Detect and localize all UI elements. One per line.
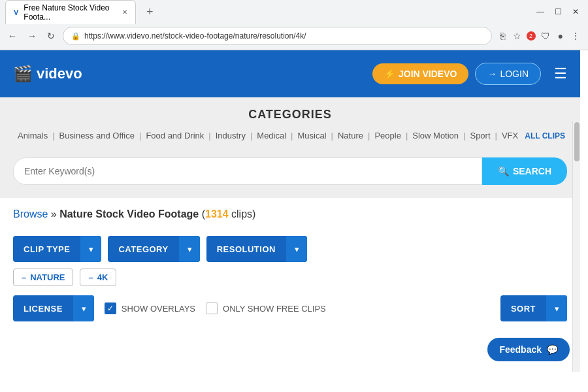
free-clips-checkbox[interactable] <box>206 302 218 314</box>
scrollbar-thumb[interactable] <box>574 122 580 161</box>
all-clips-link[interactable]: ALL CLIPS <box>525 131 565 140</box>
categories-list: Animals | Business and Office | Food and… <box>13 129 567 142</box>
separator: | <box>463 131 465 140</box>
separator: | <box>52 131 54 140</box>
4k-tag[interactable]: – 4K <box>80 269 116 286</box>
browser-tab[interactable]: V Free Nature Stock Video Foota... ✕ <box>5 0 136 24</box>
category-food[interactable]: Food and Drink <box>143 129 206 142</box>
extension-badge[interactable]: 2 <box>527 31 536 41</box>
category-industry[interactable]: Industry <box>213 129 248 142</box>
address-bar[interactable]: 🔒 https://www.videvo.net/stock-video-foo… <box>63 27 492 45</box>
license-arrow: ▾ <box>73 295 94 321</box>
category-sport[interactable]: Sport <box>467 129 493 142</box>
hamburger-icon[interactable]: ☰ <box>554 65 567 82</box>
show-overlays-toggle[interactable]: ✓ SHOW OVERLAYS <box>105 302 195 314</box>
category-people[interactable]: People <box>372 129 403 142</box>
category-label: CATEGORY <box>108 244 178 254</box>
license-filter[interactable]: LICENSE ▾ <box>13 295 94 321</box>
close-button[interactable]: ✕ <box>568 6 583 18</box>
separator: | <box>139 131 141 140</box>
tab-title: Free Nature Stock Video Foota... <box>24 3 117 22</box>
browse-count: (1314 clips) <box>202 208 256 220</box>
show-overlays-checkbox[interactable]: ✓ <box>105 302 116 314</box>
feedback-button[interactable]: Feedback 💬 <box>487 338 570 361</box>
category-nature[interactable]: Nature <box>335 129 366 142</box>
maximize-button[interactable]: ☐ <box>551 6 566 18</box>
browse-section: Browse » Nature Stock Video Footage (131… <box>0 198 580 227</box>
search-button[interactable]: 🔍 SEARCH <box>482 157 567 185</box>
separator: | <box>291 131 293 140</box>
search-section: 🔍 SEARCH <box>0 152 580 198</box>
filter-row-1: CLIP TYPE ▾ CATEGORY ▾ RESOLUTION ▾ <box>0 236 580 262</box>
clip-type-label: CLIP TYPE <box>13 244 80 254</box>
profile-icon[interactable]: ● <box>555 28 566 44</box>
browse-title: Browse » Nature Stock Video Footage (131… <box>13 208 567 220</box>
site-logo[interactable]: 🎬 videvo <box>13 65 82 83</box>
categories-title: CATEGORIES <box>13 108 567 122</box>
bookmark-icon[interactable]: ☆ <box>510 28 524 44</box>
login-label: LOGIN <box>500 69 529 79</box>
clip-type-arrow: ▾ <box>80 236 101 262</box>
sort-button[interactable]: SORT ▾ <box>500 295 567 321</box>
url-text: https://www.videvo.net/stock-video-foota… <box>84 31 306 41</box>
categories-section: CATEGORIES Animals | Business and Office… <box>0 97 580 152</box>
tab-close-icon[interactable]: ✕ <box>122 8 127 16</box>
category-business[interactable]: Business and Office <box>57 129 137 142</box>
header-nav: ⚡ JOIN VIDEVO → LOGIN ☰ <box>372 63 567 85</box>
free-clips-toggle[interactable]: ONLY SHOW FREE CLIPS <box>206 302 326 314</box>
scrollbar[interactable] <box>572 121 580 372</box>
resolution-filter[interactable]: RESOLUTION ▾ <box>206 236 307 262</box>
browse-page-title: Nature Stock Video Footage <box>59 208 199 220</box>
active-filters: – NATURE – 4K <box>0 269 580 286</box>
separator: | <box>331 131 333 140</box>
window-controls: — ☐ ✕ <box>532 6 583 18</box>
resolution-label: RESOLUTION <box>206 244 286 254</box>
separator: | <box>495 131 497 140</box>
remove-4k-icon: – <box>88 272 93 282</box>
resolution-arrow: ▾ <box>286 236 307 262</box>
category-animals[interactable]: Animals <box>15 129 50 142</box>
join-label: JOIN VIDEVO <box>399 69 457 79</box>
remove-nature-icon: – <box>22 272 26 282</box>
refresh-button[interactable]: ↻ <box>44 28 57 44</box>
menu-icon[interactable]: ⋮ <box>568 28 583 44</box>
4k-tag-label: 4K <box>97 272 108 282</box>
page-content: 🎬 videvo ⚡ JOIN VIDEVO → LOGIN ☰ CATEGOR… <box>0 50 580 372</box>
logo-text: videvo <box>37 65 82 82</box>
category-medical[interactable]: Medical <box>254 129 289 142</box>
login-button[interactable]: → LOGIN <box>475 63 541 85</box>
shield-icon[interactable]: 🛡 <box>538 28 553 44</box>
category-arrow: ▾ <box>179 236 200 262</box>
browser-toolbar: ⎘ ☆ 2 🛡 ● ⋮ <box>497 28 583 44</box>
minimize-button[interactable]: — <box>532 6 548 18</box>
browse-link[interactable]: Browse <box>13 208 48 220</box>
category-filter[interactable]: CATEGORY ▾ <box>108 236 199 262</box>
separator: | <box>208 131 210 140</box>
tab-favicon: V <box>14 8 18 16</box>
bottom-filter-row: LICENSE ▾ ✓ SHOW OVERLAYS ONLY SHOW FREE… <box>0 295 580 321</box>
license-label: LICENSE <box>13 304 73 314</box>
feedback-icon: 💬 <box>547 344 558 355</box>
back-button[interactable]: ← <box>5 28 20 44</box>
search-input[interactable] <box>13 157 482 185</box>
category-slow-motion[interactable]: Slow Motion <box>410 129 461 142</box>
category-vfx[interactable]: VFX <box>499 129 521 142</box>
nature-tag[interactable]: – NATURE <box>13 269 73 286</box>
clip-type-filter[interactable]: CLIP TYPE ▾ <box>13 236 101 262</box>
separator: | <box>368 131 370 140</box>
translate-icon[interactable]: ⎘ <box>497 28 508 44</box>
feedback-label: Feedback <box>499 344 542 355</box>
free-clips-label: ONLY SHOW FREE CLIPS <box>223 304 326 314</box>
forward-button[interactable]: → <box>25 28 39 44</box>
login-icon: → <box>487 69 497 79</box>
sort-label: SORT <box>500 304 546 314</box>
join-videvo-button[interactable]: ⚡ JOIN VIDEVO <box>372 63 468 84</box>
search-label: SEARCH <box>513 166 551 176</box>
lock-icon: 🔒 <box>71 32 80 41</box>
new-tab-button[interactable]: + <box>141 5 159 19</box>
browse-separator: » <box>51 208 59 220</box>
site-header: 🎬 videvo ⚡ JOIN VIDEVO → LOGIN ☰ <box>0 50 580 97</box>
sort-arrow: ▾ <box>546 295 567 321</box>
search-icon: 🔍 <box>498 166 509 176</box>
category-musical[interactable]: Musical <box>295 129 329 142</box>
